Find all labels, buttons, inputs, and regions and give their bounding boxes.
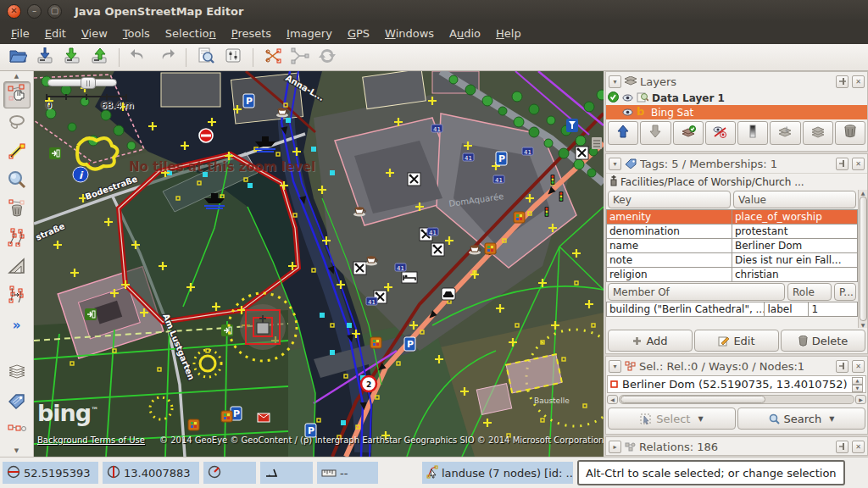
download-button[interactable] — [59, 46, 85, 69]
tag-key[interactable]: note — [607, 253, 732, 268]
collapse-toolbar-button[interactable]: ▲ — [3, 71, 31, 80]
edit-tag-button[interactable]: Edit — [694, 330, 779, 352]
tag-value[interactable]: Dies ist nur ein Fall... — [732, 253, 858, 268]
zoom-slider-handle[interactable] — [81, 77, 96, 89]
tool-extrude[interactable] — [3, 254, 31, 281]
member-position[interactable]: 1 — [809, 302, 858, 317]
menu-help[interactable]: Help — [488, 25, 529, 42]
tag-value[interactable]: christian — [732, 268, 858, 282]
delete-layer-button[interactable] — [835, 121, 865, 145]
tool-more[interactable]: » — [3, 312, 31, 339]
tool-follow-line[interactable] — [3, 283, 31, 310]
angle-field[interactable] — [260, 462, 313, 484]
sticky-pin-icon[interactable] — [836, 158, 849, 170]
visibility-eye-icon[interactable] — [622, 107, 633, 119]
toggle-tags[interactable] — [3, 389, 31, 416]
add-tag-button[interactable]: Add — [608, 330, 693, 352]
sticky-pin-icon[interactable] — [836, 360, 849, 373]
tag-key[interactable]: name — [607, 239, 732, 253]
menu-file[interactable]: File — [3, 25, 37, 42]
list-spinner[interactable]: ▲▼ — [852, 377, 863, 392]
layer-down-button[interactable] — [640, 121, 670, 145]
menu-gps[interactable]: GPS — [340, 25, 377, 42]
activate-layer-button[interactable] — [673, 121, 704, 145]
menu-view[interactable]: View — [74, 25, 115, 42]
close-icon[interactable]: ✕ — [852, 360, 865, 373]
layer-row[interactable]: bBing Sat — [606, 105, 867, 119]
minimize-button[interactable]: – — [27, 4, 42, 19]
tool-zoom[interactable] — [3, 168, 31, 195]
tool-draw-node[interactable] — [3, 139, 31, 166]
redo-button[interactable] — [153, 46, 179, 69]
menu-presets[interactable]: Presets — [224, 25, 279, 42]
layer-opacity-button[interactable] — [737, 121, 768, 145]
duplicate-layer-button[interactable] — [803, 121, 833, 145]
menu-imagery[interactable]: Imagery — [279, 25, 340, 42]
collapse-icon[interactable]: ▾ — [609, 75, 621, 88]
member-column-header[interactable]: Member Of — [608, 283, 785, 301]
tag-row[interactable]: religionchristian — [607, 268, 858, 282]
tag-key[interactable]: amenity — [607, 210, 732, 225]
upload-button[interactable] — [86, 46, 112, 69]
merge-layer-button[interactable] — [770, 121, 800, 145]
tags-scrollbar[interactable]: ▲▼ — [858, 190, 867, 328]
combine-way-button[interactable] — [287, 46, 313, 69]
distance-field[interactable]: -- — [317, 462, 378, 484]
key-column-header[interactable]: Key — [608, 191, 731, 208]
expand-icon[interactable]: ▸ — [609, 441, 621, 453]
tag-key[interactable]: denomination — [607, 225, 732, 239]
tool-parallel-way[interactable] — [3, 225, 31, 252]
tag-value[interactable]: protestant — [732, 225, 858, 239]
member-column-header[interactable]: Role — [787, 283, 832, 301]
close-icon[interactable]: ✕ — [852, 158, 865, 170]
show-hide-layer-button[interactable] — [705, 121, 736, 145]
collapse-icon[interactable]: ▾ — [609, 158, 621, 170]
tag-row[interactable]: nameBerliner Dom — [607, 239, 858, 253]
tool-select[interactable] — [3, 81, 31, 108]
preferences-button[interactable] — [220, 46, 246, 69]
sticky-pin-icon[interactable] — [836, 75, 849, 88]
collapse-toolbar-bottom[interactable]: ▼ — [3, 446, 31, 455]
delete-tag-button[interactable]: Delete — [781, 330, 865, 352]
tag-row[interactable]: amenityplace_of_worship — [607, 210, 858, 225]
selection-hscrollbar[interactable]: ◀▶ — [607, 394, 866, 405]
map-canvas[interactable]: PPPPP2i41414141414141 Bodestraße — [34, 71, 604, 457]
toggle-relations[interactable] — [3, 418, 31, 445]
selection-item[interactable]: Berliner Dom (52.5190735, 13.4010752)▲▼ — [607, 375, 866, 393]
preset-row[interactable]: Facilities/Place of Worship/Church ... — [606, 173, 867, 190]
open-button[interactable] — [5, 46, 31, 69]
tag-key[interactable]: religion — [607, 268, 732, 282]
menu-edit[interactable]: Edit — [37, 25, 74, 42]
tool-delete[interactable] — [3, 197, 31, 224]
layer-row[interactable]: Data Layer 1 — [606, 91, 867, 105]
menu-selection[interactable]: Selection — [158, 25, 224, 42]
toggle-layer-list[interactable] — [3, 360, 31, 387]
layer-up-button[interactable] — [608, 121, 638, 145]
menu-windows[interactable]: Windows — [377, 25, 442, 42]
close-icon[interactable]: ✕ — [852, 75, 865, 88]
member-column-header[interactable]: P... — [834, 283, 856, 301]
tag-value[interactable]: place_of_worship — [732, 210, 858, 225]
terms-of-use-link[interactable]: Background Terms of Use — [37, 435, 145, 445]
split-way-button[interactable] — [260, 46, 286, 69]
tag-row[interactable]: denominationprotestant — [607, 225, 858, 239]
search-button[interactable]: Search▼ — [737, 408, 865, 430]
collapse-icon[interactable]: ▾ — [609, 360, 621, 373]
member-of[interactable]: building ("Berlin Cathedral", ... — [607, 302, 765, 317]
menu-audio[interactable]: Audio — [442, 25, 488, 42]
close-icon[interactable]: ✕ — [852, 441, 865, 453]
maximize-button[interactable]: ▢ — [47, 4, 62, 19]
value-column-header[interactable]: Value — [733, 191, 856, 208]
update-data-button[interactable] — [314, 46, 340, 69]
map-view[interactable]: PPPPP2i41414141414141 Bodestraße — [34, 71, 604, 457]
member-role[interactable]: label — [765, 302, 809, 317]
hovered-object-field[interactable]: landuse (7 nodes) [id: ... — [422, 462, 573, 484]
sticky-pin-icon[interactable] — [836, 441, 849, 453]
select-button[interactable]: Select▼ — [608, 408, 736, 430]
heading-field[interactable] — [203, 462, 256, 484]
latitude-field[interactable]: 52.5195393 — [3, 462, 98, 484]
menu-tools[interactable]: Tools — [115, 25, 158, 42]
search-button[interactable] — [193, 46, 219, 69]
tool-lasso[interactable] — [3, 110, 31, 137]
tag-value[interactable]: Berliner Dom — [732, 239, 858, 253]
